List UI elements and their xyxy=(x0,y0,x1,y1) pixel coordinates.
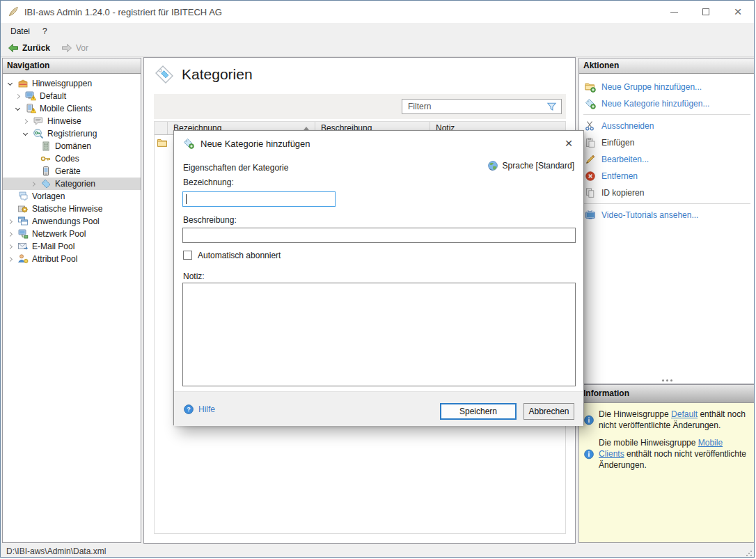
new-category-tag-plus-icon xyxy=(183,138,194,149)
info-icon xyxy=(583,409,594,431)
back-button[interactable]: Zurück xyxy=(2,39,56,56)
beschreibung-input[interactable] xyxy=(182,228,576,243)
notiz-textarea[interactable] xyxy=(182,283,576,386)
language-selector[interactable]: Sprache [Standard] xyxy=(487,160,574,171)
action-paste[interactable]: Einfügen xyxy=(579,135,755,150)
close-button[interactable]: × xyxy=(722,1,754,23)
tree-item-statische-hinweise[interactable]: Statische Hinweise xyxy=(3,203,141,215)
tree-item-netzwerk-pool[interactable]: Netzwerk Pool xyxy=(3,228,141,240)
action-remove[interactable]: Entfernen xyxy=(579,168,755,184)
expander-collapsed-icon[interactable] xyxy=(6,233,15,236)
expander-collapsed-icon[interactable] xyxy=(6,220,15,223)
abbrechen-button[interactable]: Abbrechen xyxy=(523,403,574,420)
filter-input[interactable] xyxy=(402,100,546,113)
app-pool-icon xyxy=(17,216,29,227)
expander-expanded-icon[interactable] xyxy=(13,108,22,110)
title-bar: IBI-aws Admin 1.24.0 - registriert für I… xyxy=(1,1,754,23)
tree-item-geraete[interactable]: Geräte xyxy=(3,165,141,178)
notice-groups-icon xyxy=(17,78,29,89)
info-icon xyxy=(583,438,594,471)
new-group-folder-plus-icon xyxy=(585,81,596,93)
sort-ascending-icon xyxy=(304,127,309,130)
tree-item-attribut-pool[interactable]: Attribut Pool xyxy=(3,253,141,265)
notiz-label: Notiz: xyxy=(183,271,205,281)
actions-header: Aktionen xyxy=(579,58,755,74)
action-new-group[interactable]: Neue Gruppe hinzufügen... xyxy=(579,79,755,95)
action-copy-id[interactable]: ID kopieren xyxy=(579,185,755,200)
actions-separator xyxy=(583,114,750,115)
maximize-button[interactable] xyxy=(690,1,722,23)
info-text: Die Hinweisgruppe Default enthält noch n… xyxy=(599,409,749,431)
app-window: IBI-aws Admin 1.24.0 - registriert für I… xyxy=(0,0,755,558)
expander-collapsed-icon[interactable] xyxy=(29,182,38,186)
forward-button[interactable]: Vor xyxy=(56,39,94,56)
folder-icon xyxy=(157,137,168,148)
expander-collapsed-icon[interactable] xyxy=(13,95,22,98)
menu-datei[interactable]: Datei xyxy=(1,23,36,39)
tree-item-mobile-clients[interactable]: Mobile Clients xyxy=(3,102,141,115)
info-link-default[interactable]: Default xyxy=(671,409,698,419)
dialog-title-bar: Neue Kategorie hinzufügen × xyxy=(174,131,583,156)
kategorien-page-icon xyxy=(154,64,175,85)
bezeichnung-input[interactable] xyxy=(182,191,336,207)
tree-item-default[interactable]: Default xyxy=(3,90,141,102)
beschreibung-label: Beschreibung: xyxy=(183,215,237,225)
dialog-title: Neue Kategorie hinzufügen xyxy=(200,139,310,149)
speichern-button[interactable]: Speichern xyxy=(440,403,517,420)
text-caret xyxy=(186,194,187,204)
pencil-icon xyxy=(585,154,596,165)
bezeichnung-label: Bezeichnung: xyxy=(183,178,234,187)
tree-item-domaenen[interactable]: Domänen xyxy=(3,140,141,152)
automatisch-abonniert-checkbox[interactable] xyxy=(183,251,192,260)
toolbar: Zurück Vor xyxy=(1,39,754,57)
expander-collapsed-icon[interactable] xyxy=(6,245,15,249)
status-path: D:\IBI-aws\Admin\Data.xml xyxy=(6,546,106,556)
filter-box xyxy=(402,99,562,114)
registration-icon xyxy=(33,128,44,139)
copy-icon xyxy=(585,187,596,198)
notices-icon xyxy=(33,116,44,127)
templates-icon xyxy=(17,191,29,202)
minimize-button[interactable] xyxy=(658,1,690,23)
domains-icon xyxy=(40,141,52,152)
codes-key-icon xyxy=(40,153,52,164)
expander-expanded-icon[interactable] xyxy=(21,133,30,135)
action-video-tutorials[interactable]: Video-Tutorials ansehen... xyxy=(579,207,755,223)
tree-item-hinweisgruppen[interactable]: Hinweisgruppen xyxy=(3,77,141,90)
globe-icon xyxy=(487,160,498,171)
action-new-category[interactable]: Neue Kategorie hinzufügen... xyxy=(579,96,755,111)
dialog-close-button[interactable]: × xyxy=(554,131,583,156)
tree-item-hinweise[interactable]: Hinweise xyxy=(3,115,141,127)
help-link[interactable]: ? Hilfe xyxy=(183,404,215,415)
filter-funnel-icon[interactable] xyxy=(546,102,557,112)
expander-collapsed-icon[interactable] xyxy=(21,120,30,123)
group-default-icon xyxy=(25,90,36,102)
expander-expanded-icon[interactable] xyxy=(6,83,15,85)
remove-icon xyxy=(585,171,596,182)
minimize-icon xyxy=(670,12,678,13)
panel-splitter-dots[interactable] xyxy=(579,379,755,381)
resize-grip[interactable] xyxy=(746,550,753,557)
window-title: IBI-aws Admin 1.24.0 - registriert für I… xyxy=(24,7,222,17)
close-icon: × xyxy=(734,8,741,15)
forward-arrow-icon xyxy=(61,42,72,54)
tree-item-kategorien[interactable]: Kategorien xyxy=(3,178,141,190)
actions-panel: Aktionen Neue Gruppe hinzufügen... Neue … xyxy=(578,58,755,384)
tree-item-registrierung[interactable]: Registrierung xyxy=(3,127,141,140)
tree-item-anwendungs-pool[interactable]: Anwendungs Pool xyxy=(3,215,141,228)
action-cut[interactable]: Ausschneiden xyxy=(579,118,755,134)
status-bar: D:\IBI-aws\Admin\Data.xml xyxy=(1,544,754,558)
info-item-default: Die Hinweisgruppe Default enthält noch n… xyxy=(583,409,749,431)
section-label: Eigenschaften der Kategorie xyxy=(183,163,288,173)
app-quill-icon xyxy=(8,6,19,17)
tree-item-vorlagen[interactable]: Vorlagen xyxy=(3,190,141,203)
information-header: Information xyxy=(579,385,755,403)
column-header-icon[interactable] xyxy=(155,122,168,134)
expander-collapsed-icon[interactable] xyxy=(6,258,15,261)
menu-help[interactable]: ? xyxy=(36,23,54,39)
tree-item-codes[interactable]: Codes xyxy=(3,152,141,165)
tree-item-email-pool[interactable]: E-Mail Pool xyxy=(3,240,141,253)
paste-icon xyxy=(585,137,596,148)
categories-tag-icon xyxy=(40,178,52,189)
action-edit[interactable]: Bearbeiten... xyxy=(579,152,755,167)
